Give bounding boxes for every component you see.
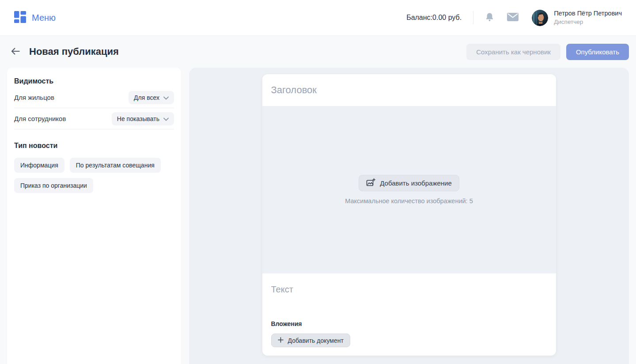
title-row [262, 74, 556, 106]
news-type-chip-organization-order[interactable]: Приказ по организации [14, 178, 93, 193]
topbar: Меню Баланс:0.00 руб. [0, 0, 636, 36]
bell-icon [485, 12, 494, 23]
balance-text: Баланс:0.00 руб. [406, 14, 462, 22]
user-texts: Петров Пётр Петрович Диспетчер [554, 9, 622, 26]
avatar [532, 10, 548, 26]
add-document-button[interactable]: Добавить документ [271, 334, 350, 347]
divider [473, 11, 473, 24]
max-images-hint: Максимальное количество изображений: 5 [345, 197, 473, 205]
add-document-label: Добавить документ [288, 337, 344, 344]
settings-panel: Видимость Для жильцов Для всех Для сотру… [7, 68, 181, 364]
visibility-row-label: Для жильцов [14, 94, 54, 101]
chevron-down-icon [163, 94, 169, 101]
messages-button[interactable] [507, 13, 519, 23]
text-row: Вложения Добавить документ [262, 273, 556, 356]
visibility-title: Видимость [14, 77, 174, 85]
user-menu[interactable]: Петров Пётр Петрович Диспетчер [532, 9, 622, 26]
content: Видимость Для жильцов Для всех Для сотру… [0, 68, 636, 364]
news-type-title: Тип новости [14, 142, 174, 150]
topbar-right: Баланс:0.00 руб. [406, 9, 622, 26]
plus-icon [278, 337, 284, 344]
title-input[interactable] [271, 84, 547, 96]
app-logo-icon [14, 11, 26, 25]
back-button[interactable] [8, 44, 23, 59]
user-role: Диспетчер [554, 18, 622, 26]
mail-icon [507, 13, 519, 23]
publish-button[interactable]: Опубликовать [566, 44, 629, 60]
news-type-chip-meeting-results[interactable]: По результатам совещания [70, 158, 161, 173]
page-header: Новая публикация Сохранить как черновик … [0, 36, 636, 68]
image-upload-area: Добавить изображение Максимальное количе… [262, 106, 556, 273]
select-value: Для всех [134, 94, 159, 101]
text-input[interactable] [271, 284, 547, 295]
chevron-down-icon [163, 115, 169, 122]
menu-label: Меню [32, 13, 56, 23]
save-draft-button[interactable]: Сохранить как черновик [466, 44, 560, 60]
news-type-chip-information[interactable]: Информация [14, 158, 64, 173]
add-image-button[interactable]: Добавить изображение [359, 175, 459, 191]
arrow-left-icon [10, 46, 21, 58]
employees-visibility-select[interactable]: Не показывать [112, 112, 174, 125]
topbar-left: Меню [14, 11, 56, 25]
menu-link[interactable]: Меню [14, 11, 56, 25]
select-value: Не показывать [117, 115, 159, 122]
page-title: Новая публикация [29, 46, 119, 57]
news-type-chips: Информация По результатам совещания Прик… [14, 158, 174, 193]
attachments-label: Вложения [271, 320, 547, 327]
visibility-row-residents: Для жильцов Для всех [14, 87, 174, 108]
editor-canvas: Добавить изображение Максимальное количе… [189, 68, 629, 364]
visibility-row-label: Для сотрудников [14, 115, 66, 122]
visibility-row-employees: Для сотрудников Не показывать [14, 108, 174, 129]
residents-visibility-select[interactable]: Для всех [129, 91, 174, 104]
user-name: Петров Пётр Петрович [554, 9, 622, 18]
add-image-label: Добавить изображение [380, 179, 452, 187]
attachments-section: Вложения Добавить документ [271, 320, 547, 347]
notifications-button[interactable] [485, 12, 494, 23]
image-plus-icon [366, 178, 375, 189]
publication-editor-card: Добавить изображение Максимальное количе… [262, 74, 556, 356]
